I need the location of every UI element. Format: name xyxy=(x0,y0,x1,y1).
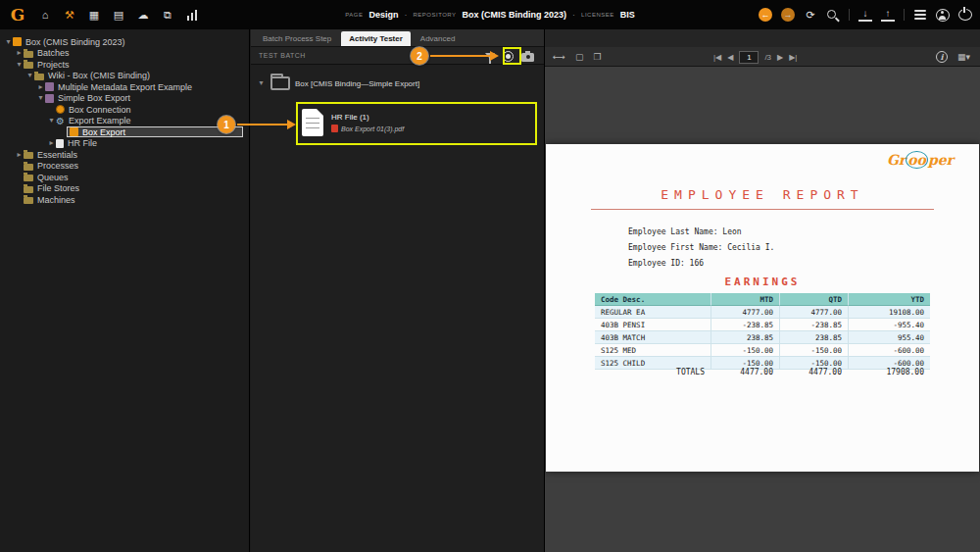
tree-item-label: File Stores xyxy=(37,183,79,193)
totals-value: 17908.00 xyxy=(848,367,930,377)
table-cell: 4777.00 xyxy=(779,306,848,319)
tree-item-queues[interactable]: Queues xyxy=(0,172,249,183)
tree-item-box-repository[interactable]: ▾ Box (CMIS Binding 2023) xyxy=(0,36,249,48)
expander-icon[interactable]: ▸ xyxy=(47,138,56,148)
table-cell: 19108.00 xyxy=(848,306,930,319)
tree-item-box-connection[interactable]: Box Connection xyxy=(0,104,249,116)
divider xyxy=(904,9,905,21)
info-icon[interactable]: i xyxy=(936,51,948,63)
tree-item-projects[interactable]: ▾ Projects xyxy=(0,59,249,71)
expander-icon[interactable]: ▾ xyxy=(47,116,56,125)
tree-item-export-example[interactable]: ▾ ⚙ Export Example xyxy=(0,116,249,127)
tree-item-box-export[interactable]: Box Export xyxy=(67,126,243,137)
table-cell: -600.00 xyxy=(848,344,930,357)
first-page-button[interactable]: |◀ xyxy=(713,53,721,62)
connection-icon xyxy=(56,105,65,114)
page-value[interactable]: Design xyxy=(368,10,398,20)
folder-icon xyxy=(24,164,33,171)
doc-section-earnings: EARNINGS xyxy=(546,276,979,288)
snapshot-icon[interactable] xyxy=(521,53,534,62)
viewer-right-controls: i ▦▾ xyxy=(936,47,970,67)
page-number-input[interactable]: 1 xyxy=(739,51,759,64)
batch-folder-icon xyxy=(270,76,290,90)
expander-icon[interactable]: ▾ xyxy=(15,60,24,70)
expander-icon[interactable]: ▸ xyxy=(15,48,24,58)
power-icon[interactable] xyxy=(958,9,972,21)
tools-icon[interactable]: ⚒ xyxy=(63,8,76,22)
thumbnails-icon[interactable]: ❐ xyxy=(593,52,601,62)
licensee-value: BIS xyxy=(620,10,635,20)
previous-page-button[interactable]: ◀ xyxy=(727,53,733,62)
expander-icon[interactable]: ▸ xyxy=(15,150,24,160)
tree-item-simple-box-export[interactable]: ▾ Simple Box Export xyxy=(0,93,249,105)
expander-icon[interactable]: ▾ xyxy=(257,78,266,88)
tree-item-label: Essentials xyxy=(37,150,77,160)
view-settings-icon[interactable]: ▦▾ xyxy=(957,52,970,62)
step-2-badge: 2 xyxy=(411,47,428,65)
viewer-canvas[interactable]: Grooper EMPLOYEE REPORT Employee Last Na… xyxy=(545,67,980,552)
table-row: 403B PENSI -238.85 -238.85 -955.40 xyxy=(595,319,930,331)
project-icon xyxy=(45,82,54,91)
folder-icon xyxy=(24,197,33,204)
batch-root-item[interactable]: ▾ Box [CMIS Binding—Simple Export] xyxy=(257,76,419,90)
separator-dot: · xyxy=(572,10,575,20)
document-viewer: ⟷ ▢ ❐ |◀ ◀ 1 /3 ▶ ▶| i ▦▾ Grooper EMPLOY… xyxy=(545,29,980,552)
database-layers-icon[interactable] xyxy=(913,8,927,22)
document-type-icon xyxy=(56,139,64,148)
tree-item-machines[interactable]: Machines xyxy=(0,194,249,206)
expander-icon[interactable]: ▾ xyxy=(36,93,45,103)
batches-icon[interactable]: ⧉ xyxy=(161,8,174,22)
last-page-button[interactable]: ▶| xyxy=(789,53,797,62)
table-cell: -955.40 xyxy=(848,319,930,331)
grooper-logo-icon[interactable]: G xyxy=(8,5,27,25)
export-icon xyxy=(70,127,78,136)
doc-field-first-name: Employee First Name: Cecilia I. xyxy=(628,240,774,256)
topbar-left-icons: G ⌂ ⚒ ▦ ▤ ☁ ⧉ xyxy=(0,5,199,25)
tab-activity-tester[interactable]: Activity Tester xyxy=(341,31,411,46)
tree-item-essentials[interactable]: ▸ Essentials xyxy=(0,149,249,161)
tree-item-batches[interactable]: ▸ Batches xyxy=(0,48,249,60)
tab-advanced[interactable]: Advanced xyxy=(413,31,464,46)
fit-page-icon[interactable]: ▢ xyxy=(575,52,584,62)
account-icon[interactable] xyxy=(936,9,950,22)
expander-icon[interactable]: ▾ xyxy=(4,37,13,47)
annotation-box-hr-file xyxy=(296,102,537,145)
repository-value[interactable]: Box (CMIS Binding 2023) xyxy=(463,10,567,20)
forward-button[interactable]: → xyxy=(781,8,795,22)
expander-icon[interactable]: ▾ xyxy=(25,71,34,80)
tree-item-hr-file[interactable]: ▸ HR File xyxy=(0,138,249,150)
cloud-icon[interactable]: ☁ xyxy=(136,8,150,22)
fit-width-icon[interactable]: ⟷ xyxy=(553,52,565,62)
page-label: PAGE xyxy=(345,12,363,18)
topbar-right-icons: ← → ⟳ ↓ ↑ xyxy=(759,0,972,29)
tree-item-label: Wiki - Box (CMIS Binding) xyxy=(48,71,150,80)
document-page[interactable]: Grooper EMPLOYEE REPORT Employee Last Na… xyxy=(546,144,979,472)
tab-batch-process-step[interactable]: Batch Process Step xyxy=(255,31,339,46)
archive-icon[interactable]: ▦ xyxy=(87,8,101,22)
page-total-label: /3 xyxy=(764,53,771,62)
stats-chart-icon[interactable] xyxy=(185,9,199,21)
tree-item-label: Box Export xyxy=(82,127,125,137)
home-icon[interactable]: ⌂ xyxy=(38,8,52,22)
search-icon[interactable] xyxy=(826,9,840,22)
doc-employee-fields: Employee Last Name: Leon Employee First … xyxy=(628,225,774,272)
tree-item-file-stores[interactable]: File Stores xyxy=(0,183,249,195)
table-header-cell: Code Desc. xyxy=(595,293,710,306)
table-cell: 4777.00 xyxy=(710,306,779,319)
viewer-zoom-controls: ⟷ ▢ ❐ xyxy=(545,52,602,62)
download-icon[interactable]: ↓ xyxy=(858,8,872,22)
refresh-icon[interactable]: ⟳ xyxy=(804,8,817,22)
expander-icon[interactable]: ▸ xyxy=(36,82,45,92)
upload-icon[interactable]: ↑ xyxy=(881,8,895,22)
scanner-icon[interactable]: ▤ xyxy=(112,8,125,22)
tree-item-wiki-box[interactable]: ▾ Wiki - Box (CMIS Binding) xyxy=(0,71,249,82)
totals-value: 4477.00 xyxy=(779,367,848,377)
grooper-doc-logo: Grooper xyxy=(887,152,954,168)
folder-icon xyxy=(24,51,33,58)
annotation-arrowhead-1 xyxy=(287,120,296,129)
tree-item-processes[interactable]: Processes xyxy=(0,161,249,173)
next-page-button[interactable]: ▶ xyxy=(777,53,783,62)
back-button[interactable]: ← xyxy=(759,8,772,22)
tree-item-multiple-metadata-export-example[interactable]: ▸ Multiple Metadata Export Example xyxy=(0,81,249,93)
table-cell: 238.85 xyxy=(710,331,779,344)
